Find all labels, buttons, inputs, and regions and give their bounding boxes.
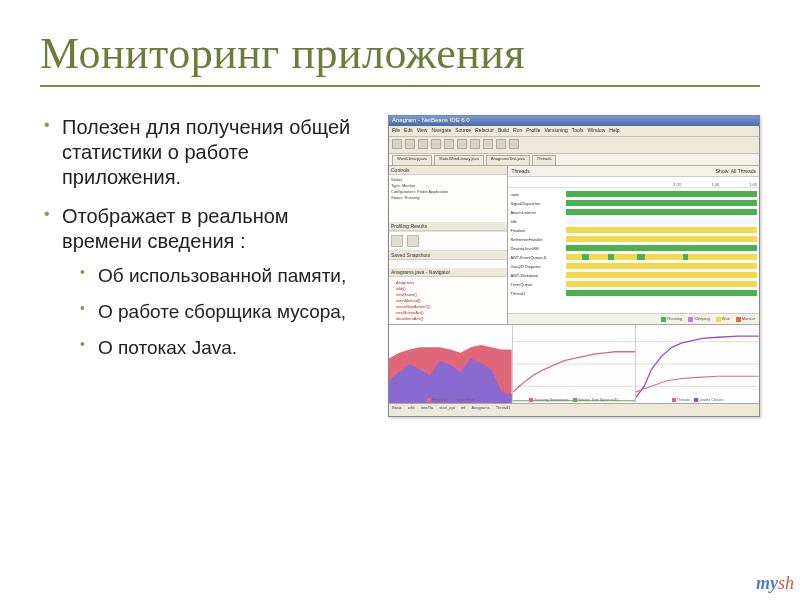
menu-item[interactable]: File	[392, 127, 400, 135]
menubar: File Edit View Navigate Source Refactor …	[389, 126, 759, 137]
toolbar-icon[interactable]	[392, 139, 402, 149]
window-titlebar: Anagram - NetBeans IDE 6.0	[389, 116, 759, 126]
menu-item[interactable]: Profile	[526, 127, 540, 135]
chart-gc: Surviving Generations Relative Time Spen…	[513, 325, 637, 403]
thread-row[interactable]: DestroyJavaVM	[510, 244, 757, 252]
status-item: mf	[461, 405, 465, 415]
thread-label: AWT-EventQueue-0	[510, 255, 566, 260]
toolbar-icon[interactable]	[405, 139, 415, 149]
thread-row[interactable]: TimerQueue	[510, 280, 757, 288]
toolbar-icon[interactable]	[431, 139, 441, 149]
thread-label: ReferenceHandler	[510, 237, 566, 242]
upper-panes: Controls Status Type: Monitor Configurat…	[389, 166, 759, 325]
toolbar-icon[interactable]	[496, 139, 506, 149]
chart-legend: Surviving Generations Relative Time Spen…	[515, 398, 634, 402]
bullet-list: Полезен для получения общей статистики о…	[40, 115, 370, 417]
ide-screenshot: Anagram - NetBeans IDE 6.0 File Edit Vie…	[388, 115, 760, 417]
thread-bar	[566, 200, 757, 206]
time-tick: 1:30	[711, 182, 719, 187]
thread-label: AWT-Shutdown	[510, 273, 566, 278]
thread-label: Finalizer	[510, 228, 566, 233]
timeline: 1:20 1:30 1:40	[508, 177, 759, 188]
toolbar-icon[interactable]	[509, 139, 519, 149]
thread-row[interactable]: AttachListener	[510, 208, 757, 216]
editor-tab[interactable]: StaticWordLibrary.java	[434, 155, 484, 165]
thread-bar	[566, 254, 757, 260]
thread-row[interactable]: SignalDispatcher	[510, 199, 757, 207]
status-line: Configuration: Probe Application	[391, 189, 505, 194]
bullet-2c: О потоках Java.	[80, 336, 370, 360]
chart-heap: Heap Size Used Heap	[389, 325, 513, 403]
navigator-header: Anagrams.java - Navigator	[389, 268, 507, 277]
status-block: Status Type: Monitor Configuration: Prob…	[389, 175, 507, 222]
thread-bar	[566, 263, 757, 269]
nav-item[interactable]: aboutItemActi()	[396, 316, 504, 321]
nav-item[interactable]: menuNewActionC()	[396, 304, 504, 309]
left-pane: Controls Status Type: Monitor Configurat…	[389, 166, 508, 324]
menu-item[interactable]: Edit	[404, 127, 413, 135]
thread-label: Thread1	[510, 291, 566, 296]
status-item: start_opt	[439, 405, 455, 415]
results-icon[interactable]	[407, 235, 419, 247]
menu-item[interactable]: Source	[455, 127, 471, 135]
thread-row[interactable]: Java2D Disposer	[510, 262, 757, 270]
nav-item[interactable]: Anagrams	[396, 280, 504, 285]
menu-item[interactable]: Tools	[572, 127, 584, 135]
nav-item[interactable]: wlib()	[396, 286, 504, 291]
bullet-1-text: Полезен для получения общей статистики о…	[62, 116, 350, 188]
thread-label: Idle	[510, 219, 566, 224]
nav-item[interactable]: nextButtonAct()	[396, 310, 504, 315]
status-item: newGa	[421, 405, 434, 415]
legend-label: Monitor	[742, 316, 755, 321]
toolbar-icon[interactable]	[483, 139, 493, 149]
thread-row[interactable]: Thread1	[510, 289, 757, 297]
thread-row[interactable]: Finalizer	[510, 226, 757, 234]
thread-row[interactable]: AWT-Shutdown	[510, 271, 757, 279]
statusbar: Basic wlib newGa start_opt mf Anagrams T…	[389, 403, 759, 416]
navigator: Anagrams wlib() newGame() mainMethod() m…	[389, 277, 507, 324]
menu-item[interactable]: Window	[587, 127, 605, 135]
editor-tab[interactable]: Threads	[532, 155, 557, 165]
thread-label: AttachListener	[510, 210, 566, 215]
menu-item[interactable]: Run	[513, 127, 522, 135]
legend-label: Running	[667, 316, 682, 321]
legend-label: Wait	[722, 316, 730, 321]
brand-my: my	[756, 573, 778, 593]
thread-row[interactable]: ReferenceHandler	[510, 235, 757, 243]
profiling-header: Profiling Results	[389, 222, 507, 231]
thread-row[interactable]: Idle	[510, 217, 757, 225]
slide-body: Полезен для получения общей статистики о…	[40, 115, 760, 417]
menu-item[interactable]: Help	[609, 127, 619, 135]
menu-item[interactable]: View	[417, 127, 428, 135]
toolbar-icon[interactable]	[457, 139, 467, 149]
toolbar-icon[interactable]	[444, 139, 454, 149]
snapshot-icon[interactable]	[391, 235, 403, 247]
chart-legend: Threads Loaded Classes	[638, 398, 757, 402]
toolbar-icon[interactable]	[418, 139, 428, 149]
slide: Мониторинг приложения Полезен для получе…	[0, 0, 800, 600]
nav-item[interactable]: mainMethod()	[396, 298, 504, 303]
controls-header: Controls	[389, 166, 507, 175]
editor-tab[interactable]: AnagramsTest.java	[486, 155, 530, 165]
thread-bar	[566, 218, 757, 224]
thread-bar	[566, 191, 757, 197]
menu-item[interactable]: Build	[498, 127, 509, 135]
toolbar-icon[interactable]	[470, 139, 480, 149]
time-tick: 1:40	[749, 182, 757, 187]
nav-item[interactable]: newGame()	[396, 292, 504, 297]
legend-swatch-monitor	[736, 317, 741, 322]
menu-item[interactable]: Versioning	[544, 127, 567, 135]
thread-bar	[566, 272, 757, 278]
menu-item[interactable]: Refactor	[475, 127, 494, 135]
snapshots-header: Saved Snapshots	[389, 251, 507, 260]
editor-tab[interactable]: WordLibrary.java	[392, 155, 432, 165]
threads-filter[interactable]: Show: All Threads	[716, 168, 756, 174]
menu-item[interactable]: Navigate	[431, 127, 451, 135]
chart-legend: Heap Size Used Heap	[391, 398, 510, 402]
threads-title: Threads	[511, 168, 529, 174]
thread-row[interactable]: main	[510, 190, 757, 198]
threads-legend: Running Sleeping Wait Monitor	[508, 313, 759, 324]
legend-label: Sleeping	[694, 316, 710, 321]
profiling-icons	[389, 231, 507, 251]
thread-row[interactable]: AWT-EventQueue-0	[510, 253, 757, 261]
